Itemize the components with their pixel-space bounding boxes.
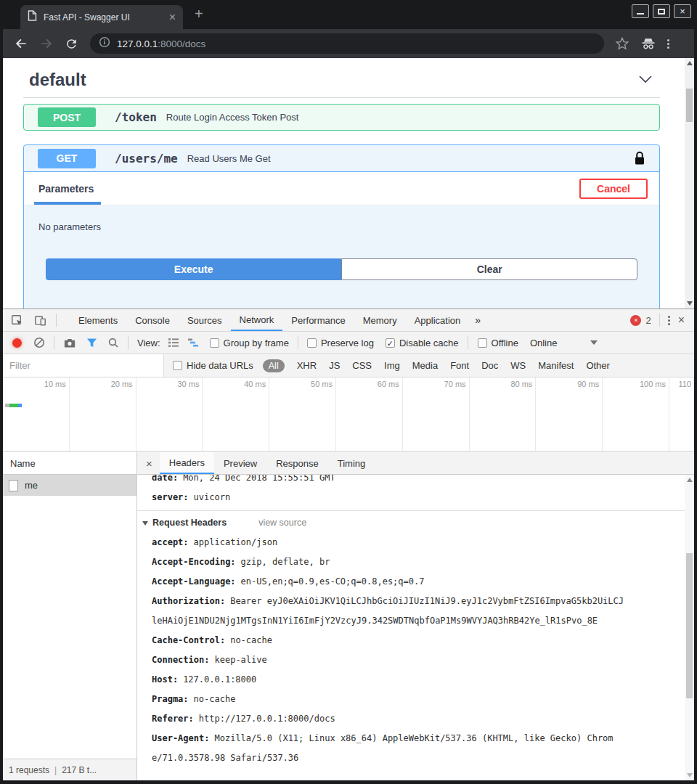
divider xyxy=(659,314,660,327)
incognito-icon xyxy=(640,36,656,51)
filter-type-all[interactable]: All xyxy=(263,359,285,372)
no-parameters-text: No parameters xyxy=(38,221,645,232)
endpoint-post-token[interactable]: POST /token Route Login Access Token Pos… xyxy=(23,104,660,131)
page-scrollbar-thumb[interactable] xyxy=(686,89,693,122)
back-icon[interactable] xyxy=(14,36,28,51)
new-tab-button[interactable] xyxy=(195,7,203,21)
request-header-row: Referer:http://127.0.0.1:8000/docs xyxy=(137,709,685,729)
tab-timing[interactable]: Timing xyxy=(328,452,375,474)
endpoint-get-users-me[interactable]: GET /users/me Read Users Me Get xyxy=(24,145,659,171)
preserve-log-label: Preserve log xyxy=(321,338,374,348)
tab-sources[interactable]: Sources xyxy=(179,309,231,331)
scroll-up-arrow[interactable] xyxy=(687,478,693,482)
request-header-row: Accept-Language:en-US,en;q=0.9,es-CO;q=0… xyxy=(137,572,685,592)
name-column-header[interactable]: Name xyxy=(3,452,136,475)
disclosure-triangle-icon[interactable] xyxy=(142,521,148,526)
close-window-button[interactable] xyxy=(674,4,691,18)
detail-close-icon[interactable] xyxy=(137,457,160,470)
transferred-size: 217 B t... xyxy=(62,765,97,775)
filter-funnel-icon[interactable] xyxy=(86,338,97,348)
tab-response[interactable]: Response xyxy=(266,452,328,474)
filter-type-doc[interactable]: Doc xyxy=(481,360,498,371)
offline-checkbox[interactable] xyxy=(478,338,487,348)
filter-type-js[interactable]: JS xyxy=(329,360,340,371)
throttling-select[interactable]: Online xyxy=(530,338,558,348)
tab-close-icon[interactable] xyxy=(169,12,176,23)
request-row-me[interactable]: me xyxy=(3,475,136,496)
parameters-tab[interactable]: Parameters xyxy=(38,183,94,195)
divider xyxy=(298,336,298,349)
filter-type-media[interactable]: Media xyxy=(412,360,438,371)
request-header-row: Pragma:no-cache xyxy=(137,690,685,709)
search-icon[interactable] xyxy=(107,337,119,348)
filter-type-other[interactable]: Other xyxy=(586,360,610,371)
device-toolbar-icon[interactable] xyxy=(33,314,47,327)
headers-detail-body[interactable]: date:Mon, 24 Dec 2018 15:55:51 GMT serve… xyxy=(137,475,685,780)
status-separator: | xyxy=(54,765,57,775)
filter-input[interactable] xyxy=(3,354,164,377)
timeline-tick: 60 ms xyxy=(336,377,403,451)
filter-type-xhr[interactable]: XHR xyxy=(297,360,317,371)
preserve-log-checkbox[interactable] xyxy=(307,338,317,348)
scroll-up-arrow[interactable] xyxy=(687,61,693,65)
group-by-frame-checkbox[interactable] xyxy=(210,338,219,348)
clear-button[interactable]: Clear xyxy=(341,258,637,280)
more-tabs-icon[interactable]: » xyxy=(469,314,486,326)
execute-button[interactable]: Execute xyxy=(46,258,341,280)
info-icon[interactable] xyxy=(99,36,110,51)
timeline-tick: 90 ms xyxy=(536,377,603,451)
scroll-down-arrow[interactable] xyxy=(687,773,693,777)
forward-icon[interactable] xyxy=(39,36,54,51)
scroll-down-arrow[interactable] xyxy=(687,301,693,306)
minimize-button[interactable] xyxy=(632,4,649,18)
tab-performance[interactable]: Performance xyxy=(282,309,354,331)
tab-headers[interactable]: Headers xyxy=(160,452,214,474)
maximize-button[interactable] xyxy=(653,4,670,18)
clear-requests-icon[interactable] xyxy=(33,337,45,348)
filter-type-css[interactable]: CSS xyxy=(352,360,372,371)
tab-network[interactable]: Network xyxy=(231,309,283,331)
cancel-button[interactable]: Cancel xyxy=(579,179,648,199)
detail-scrollbar[interactable] xyxy=(685,475,694,780)
filter-type-img[interactable]: Img xyxy=(384,360,400,371)
divider xyxy=(56,314,57,327)
inspect-element-icon[interactable] xyxy=(10,314,24,327)
reload-icon[interactable] xyxy=(65,37,78,51)
detail-scrollbar-thumb[interactable] xyxy=(686,553,693,698)
tab-preview[interactable]: Preview xyxy=(214,452,266,474)
browser-menu-icon[interactable] xyxy=(667,39,669,49)
filter-type-ws[interactable]: WS xyxy=(510,360,526,371)
parameters-tab-underline xyxy=(34,202,101,205)
filter-type-font[interactable]: Font xyxy=(450,360,469,371)
browser-tab[interactable]: Fast API - Swagger UI xyxy=(20,5,183,29)
hide-data-urls-checkbox[interactable] xyxy=(173,361,182,370)
tab-application[interactable]: Application xyxy=(406,309,470,331)
browser-toolbar: 127.0.0.1:8000/docs xyxy=(3,29,694,58)
tab-console[interactable]: Console xyxy=(126,309,179,331)
page-scrollbar[interactable] xyxy=(685,58,694,309)
lock-icon[interactable] xyxy=(635,151,645,168)
get-path: /users/me xyxy=(115,152,178,166)
error-badge-icon[interactable] xyxy=(630,315,641,326)
record-icon[interactable] xyxy=(12,338,22,348)
request-headers-title[interactable]: Request Headers xyxy=(152,513,227,533)
chevron-down-icon[interactable] xyxy=(638,73,653,86)
page-icon xyxy=(28,10,37,24)
throttling-dropdown-arrow-icon[interactable] xyxy=(590,340,598,345)
view-source-link[interactable]: view source xyxy=(258,513,306,533)
bookmark-star-icon[interactable] xyxy=(615,36,629,51)
filter-type-manifest[interactable]: Manifest xyxy=(538,360,574,371)
maximize-icon xyxy=(658,9,665,15)
view-waterfall-icon[interactable] xyxy=(187,338,199,348)
network-timeline-overview[interactable]: 10 ms 20 ms 30 ms 40 ms 50 ms 60 ms 70 m… xyxy=(3,377,694,452)
devtools-close-icon[interactable] xyxy=(678,314,685,326)
devtools-menu-icon[interactable] xyxy=(668,316,670,325)
tab-memory[interactable]: Memory xyxy=(354,309,406,331)
address-bar[interactable]: 127.0.0.1:8000/docs xyxy=(90,33,604,54)
tab-elements[interactable]: Elements xyxy=(70,309,126,331)
disable-cache-checkbox[interactable] xyxy=(386,338,395,348)
get-method-badge: GET xyxy=(38,149,96,168)
page-content: default POST /token Route Login Access T… xyxy=(3,58,694,309)
view-list-icon[interactable] xyxy=(168,338,179,348)
screenshot-camera-icon[interactable] xyxy=(63,338,76,348)
